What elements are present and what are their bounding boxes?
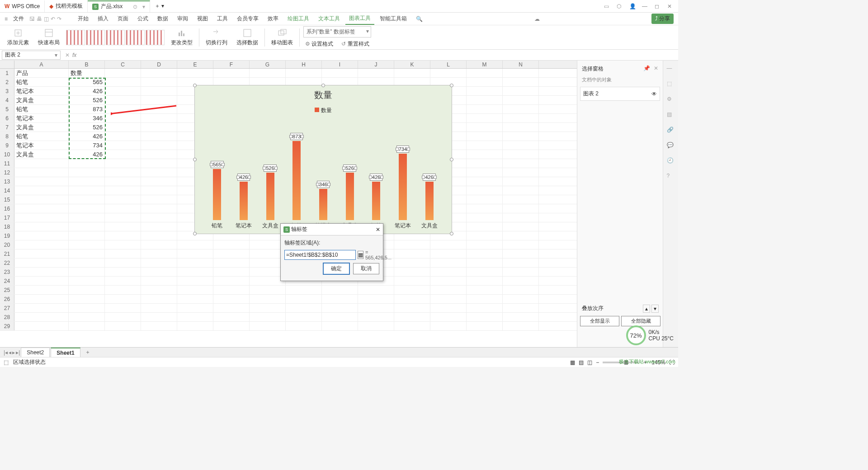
cell[interactable] bbox=[250, 295, 286, 303]
cell[interactable] bbox=[69, 168, 105, 177]
row-header[interactable]: 2 bbox=[0, 78, 14, 86]
cell[interactable] bbox=[141, 322, 177, 330]
resize-handle[interactable] bbox=[193, 158, 197, 161]
row-header[interactable]: 20 bbox=[0, 240, 14, 249]
eye-icon[interactable]: 👁 bbox=[651, 91, 657, 97]
cell[interactable] bbox=[177, 304, 213, 312]
cell[interactable] bbox=[467, 258, 503, 267]
cell[interactable] bbox=[213, 249, 250, 258]
cell[interactable] bbox=[286, 313, 322, 321]
data-label[interactable]: 873 bbox=[290, 133, 303, 140]
cell[interactable] bbox=[69, 322, 105, 330]
cell[interactable] bbox=[141, 132, 177, 141]
cell[interactable] bbox=[14, 195, 69, 204]
move-down-icon[interactable]: ▾ bbox=[651, 305, 659, 313]
cell[interactable] bbox=[141, 168, 177, 177]
chart-bar[interactable]: 873 bbox=[285, 133, 308, 220]
cell[interactable] bbox=[394, 295, 430, 303]
cell[interactable] bbox=[213, 268, 250, 276]
cell[interactable] bbox=[286, 69, 322, 77]
chart-bar[interactable]: 734 bbox=[392, 146, 414, 220]
cancel-button[interactable]: 取消 bbox=[353, 263, 379, 274]
cell[interactable] bbox=[141, 123, 177, 132]
cell[interactable] bbox=[213, 313, 250, 321]
cell[interactable] bbox=[69, 177, 105, 186]
cell[interactable] bbox=[141, 222, 177, 231]
cell[interactable] bbox=[503, 304, 539, 312]
cell[interactable] bbox=[503, 186, 539, 195]
name-box[interactable]: 图表 2▾ bbox=[2, 51, 61, 60]
cell[interactable] bbox=[467, 240, 503, 249]
cancel-formula-icon[interactable]: ✕ bbox=[65, 52, 70, 58]
cell[interactable] bbox=[14, 177, 69, 186]
cell[interactable] bbox=[286, 286, 322, 294]
first-sheet-icon[interactable]: |◂ bbox=[4, 349, 8, 356]
cell[interactable] bbox=[467, 213, 503, 222]
cell[interactable] bbox=[105, 240, 141, 249]
cell[interactable] bbox=[141, 249, 177, 258]
link-icon[interactable]: 🔗 bbox=[667, 127, 675, 135]
row-header[interactable]: 16 bbox=[0, 204, 14, 213]
cell[interactable]: 565 bbox=[69, 78, 105, 86]
cell[interactable] bbox=[467, 204, 503, 213]
chart-object[interactable]: 数量 数量 565426526873346526426734426 铅笔笔记本文… bbox=[194, 85, 452, 234]
tab-menu-icon[interactable]: ⊙ bbox=[133, 4, 137, 10]
cell[interactable] bbox=[105, 313, 141, 321]
cell[interactable] bbox=[141, 268, 177, 276]
cell[interactable] bbox=[394, 277, 430, 285]
cell[interactable] bbox=[467, 186, 503, 195]
cell[interactable] bbox=[503, 268, 539, 276]
chart-bar[interactable]: 426 bbox=[365, 174, 387, 220]
cell[interactable] bbox=[430, 69, 467, 77]
cell[interactable]: 数量 bbox=[69, 69, 105, 77]
prev-sheet-icon[interactable]: ◂ bbox=[9, 349, 11, 356]
cell[interactable] bbox=[14, 240, 69, 249]
set-format-link[interactable]: ⚙ 设置格式 bbox=[303, 39, 335, 49]
cell[interactable] bbox=[69, 231, 105, 240]
cell[interactable] bbox=[467, 277, 503, 285]
cell[interactable] bbox=[358, 313, 394, 321]
chart-bar[interactable]: 426 bbox=[232, 174, 255, 220]
data-label[interactable]: 426 bbox=[423, 174, 435, 181]
cell[interactable]: 734 bbox=[69, 141, 105, 150]
chart-style-5[interactable] bbox=[146, 30, 165, 45]
cell[interactable] bbox=[467, 168, 503, 177]
cell[interactable] bbox=[105, 249, 141, 258]
cell[interactable] bbox=[14, 277, 69, 285]
row-header[interactable]: 5 bbox=[0, 105, 14, 113]
menu-efficiency[interactable]: 效率 bbox=[264, 13, 282, 24]
cell[interactable] bbox=[467, 304, 503, 312]
cell[interactable] bbox=[213, 277, 250, 285]
menu-view[interactable]: 视图 bbox=[193, 13, 212, 24]
cell[interactable] bbox=[430, 304, 467, 312]
cell[interactable] bbox=[69, 304, 105, 312]
tab-wps-office[interactable]: WWPS Office bbox=[0, 0, 45, 12]
cell[interactable] bbox=[503, 123, 539, 132]
cell[interactable] bbox=[430, 322, 467, 330]
cell[interactable] bbox=[467, 105, 503, 113]
cell[interactable] bbox=[141, 231, 177, 240]
cell[interactable] bbox=[14, 249, 69, 258]
row-header[interactable]: 3 bbox=[0, 87, 14, 95]
panel-icon[interactable]: ▭ bbox=[604, 3, 610, 9]
spreadsheet-grid[interactable]: ABCDEFGHIJKLMN 1产品数量2铅笔5653笔记本4264文具盒526… bbox=[0, 61, 577, 347]
cell[interactable] bbox=[105, 69, 141, 77]
cell[interactable] bbox=[322, 322, 358, 330]
undo-icon[interactable]: ↶ bbox=[51, 16, 55, 22]
cell[interactable]: 346 bbox=[69, 114, 105, 122]
cell[interactable] bbox=[105, 186, 141, 195]
cell[interactable] bbox=[503, 87, 539, 95]
menu-tools[interactable]: 工具 bbox=[213, 13, 231, 24]
resize-handle[interactable] bbox=[450, 158, 453, 161]
cell[interactable] bbox=[467, 132, 503, 141]
cell[interactable] bbox=[213, 258, 250, 267]
cell[interactable] bbox=[105, 222, 141, 231]
row-header[interactable]: 26 bbox=[0, 295, 14, 303]
cell[interactable] bbox=[14, 304, 69, 312]
properties-icon[interactable]: ⚙ bbox=[667, 96, 675, 104]
cell[interactable] bbox=[467, 123, 503, 132]
cell[interactable] bbox=[69, 240, 105, 249]
cell[interactable] bbox=[394, 313, 430, 321]
cell[interactable]: 526 bbox=[69, 96, 105, 104]
column-header[interactable]: E bbox=[177, 61, 213, 68]
